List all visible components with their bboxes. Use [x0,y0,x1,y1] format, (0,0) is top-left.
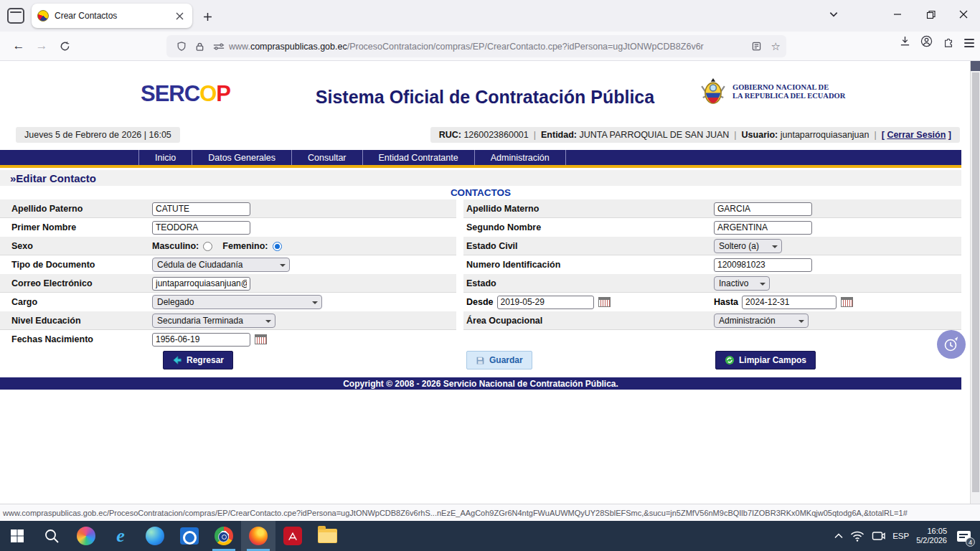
edge-icon [146,527,164,545]
regresar-button[interactable]: Regresar [163,351,233,369]
taskbar-acrobat[interactable] [275,521,310,551]
tab-close-icon[interactable] [172,9,187,23]
reload-button[interactable] [53,35,76,57]
taskbar-clock[interactable]: 16:05 5/2/2026 [916,527,947,545]
downloads-icon[interactable] [900,36,910,50]
datetime-badge: Jueves 5 de Febrero de 2026 | 16:05 [16,127,180,143]
taskbar-copilot[interactable] [69,521,103,551]
menu-icon[interactable] [964,39,974,47]
back-button[interactable]: ← [7,35,30,57]
taskbar-firefox[interactable] [241,521,275,551]
field-label: Primer Nombre [0,222,152,232]
logout-link[interactable]: [ Cerrar Sesión ] [882,130,951,140]
notification-center-button[interactable]: 4 [954,527,973,545]
window-minimize-button[interactable] [881,0,914,29]
estado-select[interactable]: Inactivo [714,276,770,291]
firefox-view-icon[interactable] [7,8,24,24]
cargo-select[interactable]: Delegado [152,295,322,309]
lock-icon[interactable] [195,42,204,52]
permissions-icon[interactable] [213,42,225,51]
form-actions: Regresar Guardar Limpiar Campos [0,351,961,375]
tracking-shield-icon[interactable] [176,41,187,52]
search-button[interactable] [34,521,69,551]
estado-civil-select[interactable]: Soltero (a) [714,239,782,253]
taskbar-edge[interactable] [138,521,172,551]
scrollbar-top-button[interactable] [971,61,980,71]
account-icon[interactable] [920,35,933,50]
nav-item-inicio[interactable]: Inicio [138,150,192,165]
bookmark-star-icon[interactable]: ☆ [771,40,781,53]
radio-label-masculino: Masculino: [152,241,199,251]
calendar-icon[interactable] [255,334,267,344]
scrollbar-thumb[interactable] [972,72,979,492]
language-indicator[interactable]: ESP [892,532,909,540]
clock-time: 16:05 [916,527,947,536]
nav-item-entidad-contratante[interactable]: Entidad Contratante [363,150,475,165]
file-explorer-icon [318,529,337,543]
window-restore-button[interactable] [914,0,947,29]
area-ocupacional-select[interactable]: Administración [714,314,809,328]
calendar-icon[interactable] [598,297,611,307]
tab-title: Crear Contactos [55,11,172,21]
field-label: Tipo de Documento [0,260,152,270]
tipo-documento-select[interactable]: Cédula de Ciudadanía [152,258,290,272]
url-bar[interactable]: www.compraspublicas.gob.ec/ProcesoContra… [166,35,786,57]
time-tracker-widget[interactable] [937,330,966,359]
acrobat-icon [283,527,302,545]
nivel-educacion-select[interactable]: Secundaria Terminada [152,314,275,328]
firefox-icon [249,527,268,545]
primer-nombre-input[interactable] [152,221,250,235]
tray-chevron-icon[interactable] [834,533,843,539]
radio-masculino[interactable] [203,242,212,251]
list-all-tabs-icon[interactable] [829,9,839,22]
limpiar-campos-button[interactable]: Limpiar Campos [715,351,816,369]
clear-fields-icon [725,355,735,365]
field-label: Estado Civil [463,241,714,251]
segundo-nombre-input[interactable] [714,221,812,235]
field-label: Cargo [0,297,152,307]
reader-view-icon[interactable] [752,42,761,51]
radio-femenino[interactable] [273,242,282,251]
status-url: www.compraspublicas.gob.ec/ProcesoContra… [3,509,908,517]
taskbar-chrome[interactable] [207,521,241,551]
window-close-button[interactable] [947,0,980,29]
field-label: Numero Identificación [463,260,714,270]
guardar-button[interactable]: Guardar [466,351,532,369]
taskbar-internet-explorer[interactable]: e [103,521,138,551]
browser-tab[interactable]: Crear Contactos [32,4,192,28]
start-button[interactable] [0,521,34,551]
browser-toolbar: ← → www.compraspublicas.gob.ec/ProcesoCo… [0,32,980,61]
field-label: Sexo [0,241,152,251]
field-label: Nivel Educación [0,316,152,326]
fecha-nacimiento-input[interactable] [152,333,250,347]
info-bar: Jueves 5 de Febrero de 2026 | 16:05 RUC:… [0,127,970,144]
gold-divider [0,165,961,168]
forward-button[interactable]: → [30,35,53,57]
nav-item-administracion[interactable]: Administración [475,150,566,165]
chrome-profile-badge [218,532,229,542]
site-favicon-icon [37,10,49,22]
nav-item-datos-generales[interactable]: Datos Generales [192,150,292,165]
page-scrollbar[interactable] [970,61,980,519]
field-label: Correo Electrónico [0,278,152,288]
correo-electronico-input[interactable] [152,277,250,291]
wifi-icon[interactable] [850,531,864,542]
extensions-icon[interactable] [943,36,954,50]
desde-label: Desde [466,297,494,307]
app-window: Crear Contactos ← → [0,0,980,551]
browser-tab-bar: Crear Contactos [0,0,980,32]
numero-identificacion-input[interactable] [714,258,812,272]
clock-date: 5/2/2026 [916,536,947,545]
status-bar: www.compraspublicas.gob.ec/ProcesoContra… [0,504,980,521]
nav-item-consultar[interactable]: Consultar [292,150,363,165]
desde-input[interactable] [497,296,594,309]
taskbar-file-explorer[interactable] [310,521,344,551]
hasta-input[interactable] [742,296,837,309]
taskbar-outlook[interactable] [172,521,207,551]
session-info: RUC: 1260023860001 | Entidad: JUNTA PARR… [430,127,960,143]
apellido-materno-input[interactable] [714,202,812,216]
calendar-icon[interactable] [841,297,853,307]
new-tab-button[interactable] [199,9,215,24]
apellido-paterno-input[interactable] [152,202,250,216]
meet-now-icon[interactable] [872,530,885,542]
